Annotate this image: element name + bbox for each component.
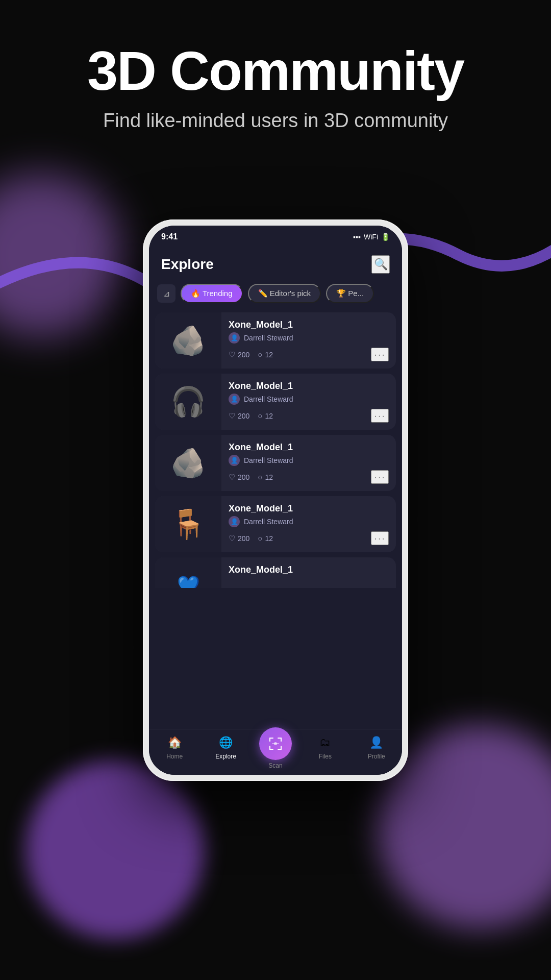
comment-number-2: 12: [265, 412, 273, 420]
signal-icon: ▪▪▪: [353, 233, 361, 241]
more-button-2[interactable]: ···: [371, 409, 389, 423]
author-avatar-2: 👤: [229, 394, 240, 405]
nav-item-scan[interactable]: Scan: [259, 727, 292, 769]
comment-icon-1: ○: [258, 350, 262, 359]
heart-icon-4: ♡: [229, 534, 235, 543]
more-button-4[interactable]: ···: [371, 531, 389, 545]
svg-rect-1: [269, 738, 270, 742]
author-name-1: Darrell Steward: [244, 334, 293, 342]
model-name-5: Xone_Model_1: [229, 565, 389, 575]
comment-count-2: ○ 12: [258, 411, 273, 420]
comment-icon-2: ○: [258, 411, 262, 420]
model-author-3: 👤 Darrell Steward: [229, 455, 389, 466]
model-thumbnail-1: 🪨: [155, 312, 221, 369]
model-thumbnail-5: 💙: [155, 557, 221, 588]
comment-number-3: 12: [265, 473, 273, 481]
search-button[interactable]: 🔍: [371, 255, 390, 274]
nav-item-home[interactable]: 🏠 Home: [157, 734, 192, 760]
page-subtitle: Find like-minded users in 3D community: [0, 110, 551, 132]
model-card-5-partial[interactable]: 💙 Xone_Model_1: [155, 557, 396, 588]
model-card-3[interactable]: 🪨 Xone_Model_1 👤 Darrell Steward ♡ 200: [155, 435, 396, 491]
model-stats-2: ♡ 200 ○ 12 ···: [229, 409, 389, 423]
filter-bar: ⊿ 🔥 Trending ✏️ Editor's pick 🏆 Pe...: [149, 280, 402, 310]
nav-item-profile[interactable]: 👤 Profile: [359, 734, 394, 760]
model-stats-3: ♡ 200 ○ 12 ···: [229, 470, 389, 484]
comment-icon-3: ○: [258, 473, 262, 481]
page-header: 3D Community Find like-minded users in 3…: [0, 41, 551, 132]
more-button-3[interactable]: ···: [371, 470, 389, 484]
model-info-1: Xone_Model_1 👤 Darrell Steward ♡ 200 ○ 1…: [221, 312, 396, 369]
status-bar: 9:41 ▪▪▪ WiFi 🔋: [149, 226, 402, 248]
comment-icon-4: ○: [258, 534, 262, 543]
comment-count-4: ○ 12: [258, 534, 273, 543]
model-emoji-3: 🪨: [170, 446, 206, 480]
status-icons: ▪▪▪ WiFi 🔋: [353, 233, 390, 241]
model-name-4: Xone_Model_1: [229, 503, 389, 514]
model-emoji-5: 💙: [177, 575, 200, 588]
nav-label-files: Files: [319, 753, 332, 760]
model-stats-4: ♡ 200 ○ 12 ···: [229, 531, 389, 545]
model-author-2: 👤 Darrell Steward: [229, 394, 389, 405]
profile-icon: 👤: [368, 734, 385, 751]
nav-item-explore[interactable]: 🌐 Explore: [208, 734, 244, 760]
svg-rect-7: [281, 746, 282, 750]
model-info-3: Xone_Model_1 👤 Darrell Steward ♡ 200 ○ 1…: [221, 435, 396, 491]
heart-icon-1: ♡: [229, 350, 235, 359]
phone-screen: 9:41 ▪▪▪ WiFi 🔋 Explore 🔍 ⊿ 🔥 Trending ✏…: [149, 226, 402, 775]
model-thumbnail-2: 🎧: [155, 374, 221, 430]
svg-rect-5: [269, 746, 270, 750]
tab-trending[interactable]: 🔥 Trending: [181, 284, 243, 303]
like-count-3: ♡ 200: [229, 473, 249, 482]
like-number-3: 200: [238, 473, 249, 481]
wifi-icon: WiFi: [364, 233, 378, 241]
nav-item-files[interactable]: 🗂 Files: [307, 734, 343, 760]
files-icon: 🗂: [317, 734, 333, 751]
model-info-5-partial: Xone_Model_1: [221, 557, 396, 588]
model-card-4[interactable]: 🪑 Xone_Model_1 👤 Darrell Steward ♡ 200: [155, 496, 396, 552]
model-list: 🪨 Xone_Model_1 👤 Darrell Steward ♡ 200: [149, 310, 402, 729]
explore-icon: 🌐: [218, 734, 234, 751]
model-thumbnail-3: 🪨: [155, 435, 221, 491]
filter-icon: ⊿: [163, 289, 170, 299]
app-header: Explore 🔍: [149, 248, 402, 280]
filter-icon-button[interactable]: ⊿: [157, 284, 176, 303]
page-title: 3D Community: [0, 41, 551, 102]
model-stats-1: ♡ 200 ○ 12 ···: [229, 348, 389, 361]
nav-label-scan: Scan: [268, 762, 282, 769]
model-name-3: Xone_Model_1: [229, 442, 389, 453]
like-number-2: 200: [238, 412, 249, 420]
scan-icon: [259, 727, 292, 760]
model-card-1[interactable]: 🪨 Xone_Model_1 👤 Darrell Steward ♡ 200: [155, 312, 396, 369]
heart-icon-3: ♡: [229, 473, 235, 482]
author-name-4: Darrell Steward: [244, 518, 293, 526]
tab-editors-pick[interactable]: ✏️ Editor's pick: [248, 284, 321, 303]
nav-label-explore: Explore: [215, 753, 236, 760]
nav-label-home: Home: [166, 753, 183, 760]
more-button-1[interactable]: ···: [371, 348, 389, 361]
model-author-1: 👤 Darrell Steward: [229, 332, 389, 344]
like-count-1: ♡ 200: [229, 350, 249, 359]
tab-popular[interactable]: 🏆 Pe...: [326, 284, 374, 303]
model-author-4: 👤 Darrell Steward: [229, 516, 389, 527]
author-avatar-3: 👤: [229, 455, 240, 466]
model-info-4: Xone_Model_1 👤 Darrell Steward ♡ 200 ○ 1…: [221, 496, 396, 552]
author-name-2: Darrell Steward: [244, 395, 293, 403]
like-count-4: ♡ 200: [229, 534, 249, 543]
model-emoji-4: 🪑: [170, 507, 206, 541]
like-number-4: 200: [238, 534, 249, 543]
model-emoji-1: 🪨: [170, 324, 206, 357]
svg-point-9: [274, 742, 277, 745]
nav-label-profile: Profile: [368, 753, 385, 760]
like-number-1: 200: [238, 351, 249, 359]
bg-blob-bottom-left: [26, 761, 204, 939]
bottom-navigation: 🏠 Home 🌐 Explore: [149, 729, 402, 775]
model-name-1: Xone_Model_1: [229, 320, 389, 330]
author-avatar-1: 👤: [229, 332, 240, 344]
comment-number-1: 12: [265, 351, 273, 359]
comment-number-4: 12: [265, 534, 273, 543]
comment-count-1: ○ 12: [258, 350, 273, 359]
author-name-3: Darrell Steward: [244, 456, 293, 464]
comment-count-3: ○ 12: [258, 473, 273, 481]
model-card-2[interactable]: 🎧 Xone_Model_1 👤 Darrell Steward ♡ 200: [155, 374, 396, 430]
author-avatar-4: 👤: [229, 516, 240, 527]
